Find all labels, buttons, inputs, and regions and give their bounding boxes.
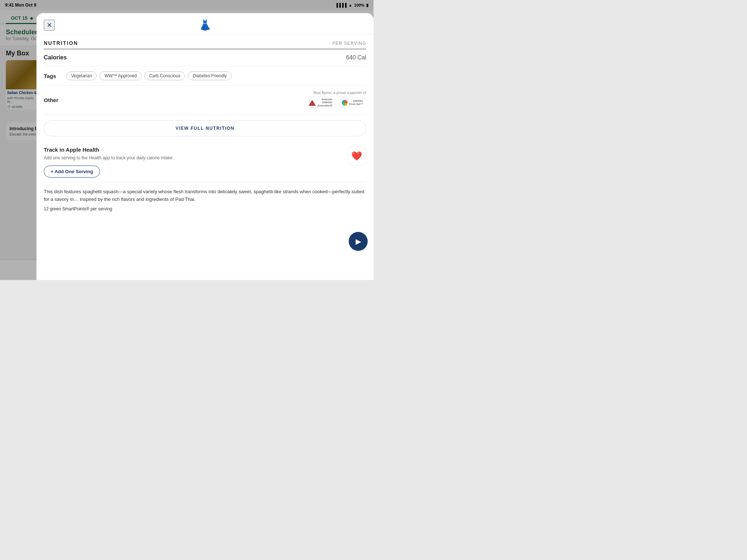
track-apple-health-section: Track in Apple Health Add one serving to… xyxy=(44,142,366,182)
add-one-serving-button[interactable]: + Add One Serving xyxy=(44,166,100,178)
calories-row: Calories 640 Cal xyxy=(44,49,366,66)
ada-triangle-icon xyxy=(309,100,316,106)
modal-content[interactable]: NUTRITION PER SERVING Calories 640 Cal T… xyxy=(36,34,374,280)
close-button[interactable]: ✕ xyxy=(44,20,55,31)
modal-header: ✕ 👗 xyxy=(36,13,374,34)
nutrition-modal: ✕ 👗 NUTRITION PER SERVING Calories 640 C… xyxy=(36,13,374,280)
tags-list: Vegetarian WW™ Approved Carb Conscious D… xyxy=(66,71,232,80)
heart-icon: ❤️ xyxy=(351,151,362,161)
other-row: Other Blue Apron, a proud supporter of A… xyxy=(44,86,366,114)
calories-label: Calories xyxy=(44,54,67,61)
ada-text: AmericanDiabetesAssociation® xyxy=(317,98,332,107)
heart-button[interactable]: ❤️ xyxy=(347,147,366,166)
per-serving-label: PER SERVING xyxy=(332,41,366,46)
tags-label: Tags xyxy=(44,73,62,79)
other-label: Other xyxy=(44,97,58,103)
apron-icon: 👗 xyxy=(199,19,212,31)
calories-value: 640 Cal xyxy=(346,54,366,61)
description-section: This dish features spaghetti squash—a sp… xyxy=(44,182,366,215)
tag-carb-conscious: Carb Conscious xyxy=(144,71,185,80)
nutrition-header: NUTRITION PER SERVING xyxy=(44,34,366,49)
tag-ww-approved: WW™ Approved xyxy=(100,71,142,80)
blue-apron-text: Blue Apron, a proud supporter of xyxy=(305,91,366,95)
dfh-text: DiabetesFood Hub™ xyxy=(349,100,363,106)
dfh-circle-icon xyxy=(342,100,348,106)
tag-vegetarian: Vegetarian xyxy=(66,71,97,80)
track-title: Track in Apple Health xyxy=(44,147,343,153)
play-icon: ▶ xyxy=(356,237,361,246)
logos-row: AmericanDiabetesAssociation® DiabetesFoo… xyxy=(305,96,366,109)
dfh-logo: DiabetesFood Hub™ xyxy=(338,98,366,108)
track-text: Track in Apple Health Add one serving to… xyxy=(44,147,343,178)
play-button[interactable]: ▶ xyxy=(349,232,368,251)
smartpoints-text: 12 green SmartPoints® per serving xyxy=(44,206,366,213)
description-text: This dish features spaghetti squash—a sp… xyxy=(44,188,366,203)
tag-diabetes-friendly: Diabetes Friendly xyxy=(188,71,231,80)
view-full-nutrition-button[interactable]: VIEW FULL NUTRITION xyxy=(44,120,366,136)
track-desc: Add one serving to the Health app to tra… xyxy=(44,155,343,161)
tags-row: Tags Vegetarian WW™ Approved Carb Consci… xyxy=(44,66,366,86)
other-content: Blue Apron, a proud supporter of America… xyxy=(305,91,366,109)
nutrition-title: NUTRITION xyxy=(44,40,78,46)
ada-logo: AmericanDiabetesAssociation® xyxy=(305,96,336,109)
